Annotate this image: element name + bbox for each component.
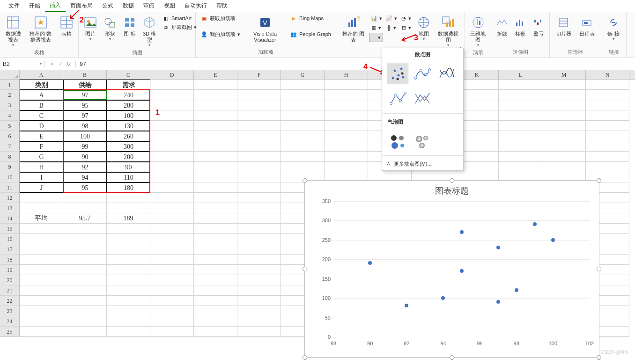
scatter-option-smooth[interactable] bbox=[436, 63, 457, 84]
line-chart-icon[interactable]: 📈▾ bbox=[384, 14, 398, 22]
col-header-G[interactable]: G bbox=[281, 70, 325, 79]
cell-C8[interactable]: 200 bbox=[107, 152, 150, 162]
chart-handle-e[interactable] bbox=[597, 267, 601, 271]
menu-开始[interactable]: 开始 bbox=[24, 0, 45, 12]
cell-C15[interactable] bbox=[107, 224, 150, 234]
hierarchy-chart-icon[interactable]: ▦▾ bbox=[369, 23, 383, 32]
cell-A1[interactable]: 类别 bbox=[20, 80, 63, 90]
cell-F16[interactable] bbox=[237, 234, 281, 244]
cell-G7[interactable] bbox=[281, 141, 325, 152]
row-header-7[interactable]: 7 bbox=[0, 141, 20, 152]
cell-A14[interactable]: 平均 bbox=[20, 213, 63, 224]
chart-point[interactable] bbox=[496, 300, 500, 304]
cell-M1[interactable] bbox=[542, 80, 586, 90]
cell-G6[interactable] bbox=[281, 131, 325, 141]
cell-F4[interactable] bbox=[237, 110, 281, 121]
cell-F23[interactable] bbox=[237, 306, 281, 316]
cell-D16[interactable] bbox=[150, 234, 194, 244]
cell-M7[interactable] bbox=[542, 141, 586, 152]
cell-F13[interactable] bbox=[237, 203, 281, 213]
scatter-option-markers[interactable] bbox=[387, 63, 408, 84]
cell-M2[interactable] bbox=[542, 90, 586, 100]
cell-F6[interactable] bbox=[237, 131, 281, 141]
chart-handle-nw[interactable] bbox=[303, 178, 307, 183]
row-header-4[interactable]: 4 bbox=[0, 110, 20, 121]
cell-B18[interactable] bbox=[63, 255, 107, 265]
menu-文件[interactable]: 文件 bbox=[4, 0, 24, 12]
cell-A20[interactable] bbox=[20, 275, 63, 285]
row-header-18[interactable]: 18 bbox=[0, 255, 20, 265]
cell-A9[interactable]: H bbox=[20, 162, 63, 172]
cell-A6[interactable]: E bbox=[20, 131, 63, 141]
cell-C14[interactable]: 189 bbox=[107, 213, 150, 224]
cell-H2[interactable] bbox=[325, 90, 368, 100]
cell-H4[interactable] bbox=[325, 110, 368, 121]
cell-C18[interactable] bbox=[107, 255, 150, 265]
chart-point[interactable] bbox=[460, 230, 464, 234]
cell-N9[interactable] bbox=[586, 162, 629, 172]
cell-C7[interactable]: 300 bbox=[107, 141, 150, 152]
row-header-21[interactable]: 21 bbox=[0, 285, 20, 296]
cell-L8[interactable] bbox=[499, 152, 542, 162]
row-header-14[interactable]: 14 bbox=[0, 213, 20, 224]
pivot-chart-button[interactable]: 数据透视图▾ bbox=[435, 14, 462, 48]
scatter-option-lines[interactable] bbox=[411, 88, 433, 109]
visio-button[interactable]: V Visio Data Visualizer bbox=[244, 14, 286, 44]
cell-E12[interactable] bbox=[194, 193, 237, 203]
cell-D8[interactable] bbox=[150, 152, 194, 162]
cell-C5[interactable]: 130 bbox=[107, 121, 150, 131]
cell-E25[interactable] bbox=[194, 327, 237, 337]
cell-D24[interactable] bbox=[150, 316, 194, 327]
cell-F8[interactable] bbox=[237, 152, 281, 162]
cell-D5[interactable] bbox=[150, 121, 194, 131]
cell-C11[interactable]: 180 bbox=[107, 182, 150, 193]
chart-point[interactable] bbox=[460, 269, 464, 273]
col-header-H[interactable]: H bbox=[325, 70, 368, 79]
embedded-chart[interactable]: 图表标题 05010015020025030035088909294969810… bbox=[304, 180, 599, 358]
cell-F17[interactable] bbox=[237, 244, 281, 255]
sparkline-column-button[interactable]: 柱形 bbox=[512, 14, 529, 38]
link-button[interactable]: 链 接▾ bbox=[604, 14, 623, 42]
cell-B21[interactable] bbox=[63, 285, 107, 296]
menu-帮助[interactable]: 帮助 bbox=[212, 0, 232, 12]
cell-G3[interactable] bbox=[281, 100, 325, 110]
cell-F18[interactable] bbox=[237, 255, 281, 265]
cell-G1[interactable] bbox=[281, 80, 325, 90]
chart-point[interactable] bbox=[368, 261, 372, 265]
row-header-22[interactable]: 22 bbox=[0, 296, 20, 306]
cell-C16[interactable] bbox=[107, 234, 150, 244]
cell-D17[interactable] bbox=[150, 244, 194, 255]
cell-E17[interactable] bbox=[194, 244, 237, 255]
cell-E21[interactable] bbox=[194, 285, 237, 296]
chart-point[interactable] bbox=[551, 238, 555, 242]
chart-point[interactable] bbox=[515, 288, 518, 292]
menu-公式[interactable]: 公式 bbox=[97, 0, 118, 12]
cell-F19[interactable] bbox=[237, 265, 281, 275]
cell-M5[interactable] bbox=[542, 121, 586, 131]
cell-E5[interactable] bbox=[194, 121, 237, 131]
people-graph-button[interactable]: 👥People Graph bbox=[288, 30, 333, 38]
cell-E2[interactable] bbox=[194, 90, 237, 100]
cell-N4[interactable] bbox=[586, 110, 629, 121]
enter-icon[interactable]: ✓ bbox=[58, 61, 63, 67]
cell-C13[interactable] bbox=[107, 203, 150, 213]
cell-D18[interactable] bbox=[150, 255, 194, 265]
cell-D14[interactable] bbox=[150, 213, 194, 224]
col-header-B[interactable]: B bbox=[63, 70, 107, 79]
formula-input[interactable]: 97 bbox=[76, 61, 635, 67]
cell-F14[interactable] bbox=[237, 213, 281, 224]
row-header-23[interactable]: 23 bbox=[0, 306, 20, 316]
cell-B17[interactable] bbox=[63, 244, 107, 255]
row-header-5[interactable]: 5 bbox=[0, 121, 20, 131]
cell-C6[interactable]: 260 bbox=[107, 131, 150, 141]
row-header-25[interactable]: 25 bbox=[0, 327, 20, 337]
cell-L9[interactable] bbox=[499, 162, 542, 172]
cell-A18[interactable] bbox=[20, 255, 63, 265]
cell-N1[interactable] bbox=[586, 80, 629, 90]
cell-G4[interactable] bbox=[281, 110, 325, 121]
cell-E13[interactable] bbox=[194, 203, 237, 213]
cell-E24[interactable] bbox=[194, 316, 237, 327]
chart-handle-se[interactable] bbox=[597, 355, 601, 360]
cell-N8[interactable] bbox=[586, 152, 629, 162]
cell-E10[interactable] bbox=[194, 172, 237, 182]
